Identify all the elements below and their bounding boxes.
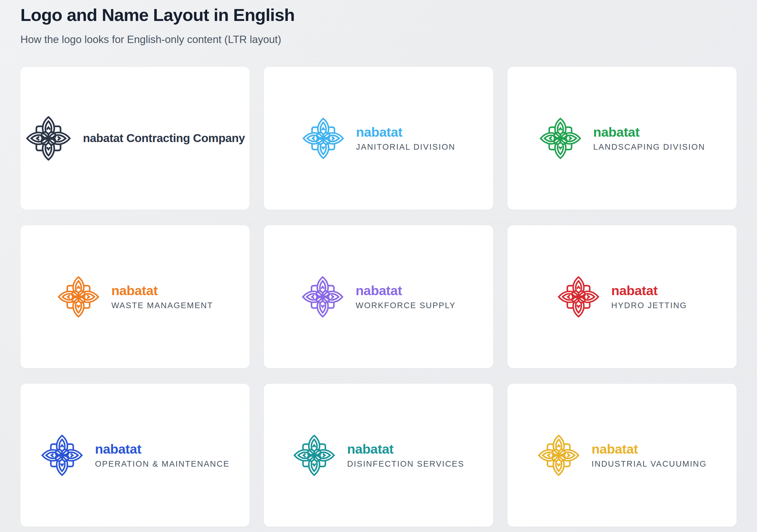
logo-card-waste-management: nabatat WASTE MANAGEMENT xyxy=(20,225,250,368)
nabatat-flower-icon xyxy=(293,434,336,477)
division-label: JANITORIAL DIVISION xyxy=(356,142,456,152)
page-subtitle: How the logo looks for English-only cont… xyxy=(20,33,737,46)
page-title: Logo and Name Layout in English xyxy=(20,5,737,25)
division-label: HYDRO JETTING xyxy=(611,301,687,310)
logo-lockup: nabatat WORKFORCE SUPPLY xyxy=(301,275,456,318)
wordmark-stack: nabatat DISINFECTION SERVICES xyxy=(347,442,464,469)
division-label: DISINFECTION SERVICES xyxy=(347,459,464,469)
brand-wordmark: nabatat xyxy=(591,442,707,456)
logo-card-disinfection-services: nabatat DISINFECTION SERVICES xyxy=(264,384,493,527)
division-label: LANDSCAPING DIVISION xyxy=(593,142,705,152)
brand-wordmark: nabatat xyxy=(355,284,456,297)
brand-wordmark: nabatat xyxy=(111,284,213,297)
nabatat-flower-icon xyxy=(537,434,580,477)
nabatat-flower-icon xyxy=(557,275,600,318)
brand-wordmark: nabatat xyxy=(347,442,464,456)
brand-wordmark: nabatat xyxy=(95,442,229,456)
logo-lockup: nabatat WASTE MANAGEMENT xyxy=(57,275,213,318)
logo-lockup: nabatat LANDSCAPING DIVISION xyxy=(539,117,705,160)
logo-card-operation-maintenance: nabatat OPERATION & MAINTENANCE xyxy=(20,384,250,527)
logo-card-hydro-jetting: nabatat HYDRO JETTING xyxy=(507,225,737,368)
wordmark-stack: nabatat WASTE MANAGEMENT xyxy=(111,284,213,310)
logo-cards-grid: nabatat Contracting Company nabatat JANI… xyxy=(20,67,737,527)
logo-lockup: nabatat INDUSTRIAL VACUUMING xyxy=(537,434,707,477)
wordmark-stack: nabatat HYDRO JETTING xyxy=(611,284,687,310)
division-label: OPERATION & MAINTENANCE xyxy=(95,459,229,469)
division-label: WORKFORCE SUPPLY xyxy=(355,301,456,310)
wordmark-stack: nabatat LANDSCAPING DIVISION xyxy=(593,125,705,152)
nabatat-flower-icon xyxy=(25,115,72,162)
nabatat-flower-icon xyxy=(539,117,582,160)
logo-card-workforce-supply: nabatat WORKFORCE SUPPLY xyxy=(264,225,493,368)
brand-wordmark: nabatat xyxy=(593,125,705,139)
nabatat-flower-icon xyxy=(41,434,83,477)
logo-card-landscaping: nabatat LANDSCAPING DIVISION xyxy=(507,67,737,210)
wordmark-stack: nabatat OPERATION & MAINTENANCE xyxy=(95,442,229,469)
brand-wordmark: nabatat xyxy=(611,284,687,297)
style-guide-page: Logo and Name Layout in English How the … xyxy=(0,0,757,527)
nabatat-flower-icon xyxy=(301,275,344,318)
division-label: WASTE MANAGEMENT xyxy=(111,301,213,310)
wordmark-stack: nabatat INDUSTRIAL VACUUMING xyxy=(591,442,707,469)
logo-card-janitorial: nabatat JANITORIAL DIVISION xyxy=(264,67,493,210)
nabatat-flower-icon xyxy=(57,275,100,318)
logo-lockup: nabatat OPERATION & MAINTENANCE xyxy=(41,434,229,477)
company-name-label: nabatat Contracting Company xyxy=(83,131,245,145)
division-label: INDUSTRIAL VACUUMING xyxy=(591,459,707,469)
logo-lockup: nabatat JANITORIAL DIVISION xyxy=(302,117,456,160)
wordmark-stack: nabatat JANITORIAL DIVISION xyxy=(356,125,456,152)
brand-wordmark: nabatat xyxy=(356,125,456,139)
nabatat-flower-icon xyxy=(302,117,345,160)
logo-lockup: nabatat HYDRO JETTING xyxy=(557,275,687,318)
logo-card-contracting-company: nabatat Contracting Company xyxy=(20,67,250,210)
wordmark-stack: nabatat WORKFORCE SUPPLY xyxy=(355,284,456,310)
logo-card-industrial-vacuuming: nabatat INDUSTRIAL VACUUMING xyxy=(507,384,737,527)
logo-lockup: nabatat DISINFECTION SERVICES xyxy=(293,434,464,477)
logo-lockup: nabatat Contracting Company xyxy=(25,115,245,162)
